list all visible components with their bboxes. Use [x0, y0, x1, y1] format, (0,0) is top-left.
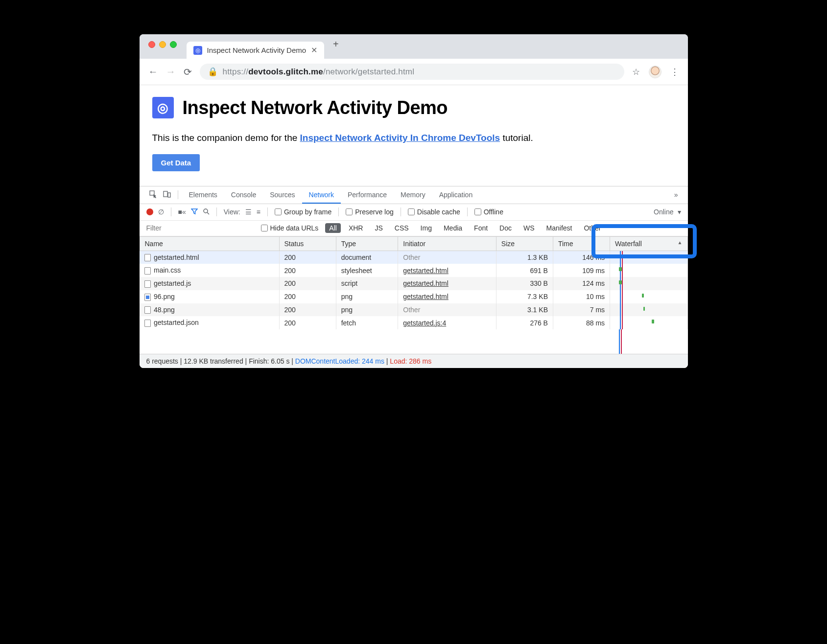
- column-time[interactable]: Time: [553, 236, 610, 251]
- hide-data-urls-checkbox[interactable]: Hide data URLs: [261, 224, 319, 232]
- devtools-tab-memory[interactable]: Memory: [394, 187, 432, 203]
- tab-title: Inspect Network Activity Demo: [207, 46, 307, 54]
- filter-type-xhr[interactable]: XHR: [345, 223, 367, 233]
- filter-input[interactable]: [146, 224, 254, 232]
- request-row[interactable]: getstarted.js200scriptgetstarted.html330…: [140, 277, 687, 290]
- omnibox[interactable]: 🔒 https://devtools.glitch.me/network/get…: [200, 64, 624, 80]
- search-icon[interactable]: [203, 208, 210, 216]
- favicon-icon: ◎: [193, 46, 202, 55]
- overview-toggle-icon[interactable]: ≡: [257, 208, 260, 216]
- cell-type: document: [336, 251, 398, 264]
- file-icon: [144, 306, 151, 314]
- column-size[interactable]: Size: [496, 236, 553, 251]
- filter-type-all[interactable]: All: [325, 223, 341, 233]
- bookmark-star-icon[interactable]: ☆: [632, 67, 640, 77]
- cell-status: 200: [279, 290, 336, 303]
- filter-type-img[interactable]: Img: [417, 223, 436, 233]
- request-row[interactable]: 96.png200pnggetstarted.html7.3 KB10 ms: [140, 290, 687, 303]
- initiator-link[interactable]: getstarted.html: [403, 279, 449, 287]
- window-controls: [144, 41, 182, 52]
- initiator-link[interactable]: getstarted.html: [403, 293, 449, 300]
- back-button[interactable]: ←: [148, 66, 158, 77]
- column-status[interactable]: Status: [279, 236, 336, 251]
- filter-type-font[interactable]: Font: [470, 223, 492, 233]
- reload-button[interactable]: ⟳: [184, 66, 192, 78]
- filter-type-other[interactable]: Other: [580, 223, 605, 233]
- devtools-tab-console[interactable]: Console: [224, 187, 263, 203]
- forward-button[interactable]: →: [166, 66, 176, 77]
- devtools-tab-elements[interactable]: Elements: [182, 187, 224, 203]
- cell-status: 200: [279, 264, 336, 277]
- column-waterfall[interactable]: Waterfall▲: [610, 236, 687, 251]
- disable-cache-checkbox[interactable]: Disable cache: [408, 208, 460, 216]
- initiator-link[interactable]: getstarted.html: [403, 267, 449, 275]
- file-icon: [144, 267, 151, 275]
- request-row[interactable]: main.css200stylesheetgetstarted.html691 …: [140, 264, 687, 277]
- group-by-frame-checkbox[interactable]: Group by frame: [275, 208, 331, 216]
- minimize-window-button[interactable]: [159, 41, 166, 48]
- devtools-logo-icon: ◎: [152, 97, 174, 118]
- filter-type-ws[interactable]: WS: [520, 223, 539, 233]
- cell-initiator: getstarted.html: [398, 277, 496, 290]
- request-row[interactable]: getstarted.html200documentOther1.3 KB146…: [140, 251, 687, 264]
- tutorial-link[interactable]: Inspect Network Activity In Chrome DevTo…: [300, 133, 500, 143]
- offline-checkbox[interactable]: Offline: [474, 208, 503, 216]
- request-row[interactable]: getstarted.json200fetchgetstarted.js:427…: [140, 316, 687, 329]
- cell-waterfall: [610, 303, 687, 317]
- cell-status: 200: [279, 316, 336, 329]
- column-name[interactable]: Name: [140, 236, 279, 251]
- filter-type-css[interactable]: CSS: [391, 223, 413, 233]
- preserve-log-checkbox[interactable]: Preserve log: [346, 208, 394, 216]
- inspect-element-icon[interactable]: [146, 190, 160, 200]
- cell-initiator: Other: [398, 303, 496, 317]
- filter-type-manifest[interactable]: Manifest: [543, 223, 576, 233]
- throttling-dropdown[interactable]: Online ▾: [654, 208, 681, 216]
- filter-toggle-icon[interactable]: [191, 208, 198, 216]
- cell-waterfall: [610, 251, 687, 264]
- request-row[interactable]: 48.png200pngOther3.1 KB7 ms: [140, 303, 687, 317]
- chevron-down-icon: ▾: [678, 208, 681, 216]
- get-data-button[interactable]: Get Data: [152, 154, 200, 171]
- column-type[interactable]: Type: [336, 236, 398, 251]
- profile-avatar[interactable]: [649, 66, 662, 78]
- cell-name: getstarted.json: [140, 316, 279, 329]
- cell-initiator: getstarted.html: [398, 290, 496, 303]
- new-tab-button[interactable]: +: [324, 39, 348, 55]
- file-icon: [144, 254, 151, 261]
- browser-tab[interactable]: ◎ Inspect Network Activity Demo ✕: [187, 42, 325, 59]
- cell-type: script: [336, 277, 398, 290]
- page-description: This is the companion demo for the Inspe…: [152, 131, 675, 145]
- cell-size: 276 B: [496, 316, 553, 329]
- page-heading: ◎ Inspect Network Activity Demo: [152, 97, 675, 118]
- file-icon: [144, 294, 151, 301]
- devtools-tab-network[interactable]: Network: [302, 187, 341, 204]
- filter-type-doc[interactable]: Doc: [496, 223, 516, 233]
- more-tabs-icon[interactable]: »: [671, 191, 681, 199]
- cell-size: 3.1 KB: [496, 303, 553, 317]
- device-toggle-icon[interactable]: [160, 190, 174, 200]
- devtools-tab-sources[interactable]: Sources: [263, 187, 302, 203]
- devtools-tab-application[interactable]: Application: [432, 187, 480, 203]
- browser-menu-icon[interactable]: ⋮: [670, 67, 679, 77]
- column-initiator[interactable]: Initiator: [398, 236, 496, 251]
- close-tab-icon[interactable]: ✕: [311, 46, 317, 55]
- devtools-tabbar: ElementsConsoleSourcesNetworkPerformance…: [140, 186, 688, 204]
- large-rows-icon[interactable]: ☰: [245, 208, 252, 216]
- maximize-window-button[interactable]: [170, 41, 177, 48]
- svg-line-4: [207, 212, 209, 214]
- close-window-button[interactable]: [148, 41, 155, 48]
- filter-type-media[interactable]: Media: [440, 223, 466, 233]
- capture-screenshots-icon[interactable]: ■«: [178, 208, 186, 216]
- devtools-tab-performance[interactable]: Performance: [341, 187, 394, 203]
- cell-size: 330 B: [496, 277, 553, 290]
- record-button[interactable]: [146, 208, 153, 215]
- titlebar: ◎ Inspect Network Activity Demo ✕ +: [140, 34, 688, 59]
- cell-time: 146 ms: [553, 251, 610, 264]
- cell-status: 200: [279, 303, 336, 317]
- clear-button[interactable]: ∅: [158, 208, 164, 216]
- network-status-bar: 6 requests | 12.9 KB transferred | Finis…: [140, 354, 688, 368]
- cell-type: png: [336, 303, 398, 317]
- filter-type-js[interactable]: JS: [371, 223, 386, 233]
- initiator-link[interactable]: getstarted.js:4: [403, 319, 446, 327]
- svg-rect-1: [164, 191, 167, 197]
